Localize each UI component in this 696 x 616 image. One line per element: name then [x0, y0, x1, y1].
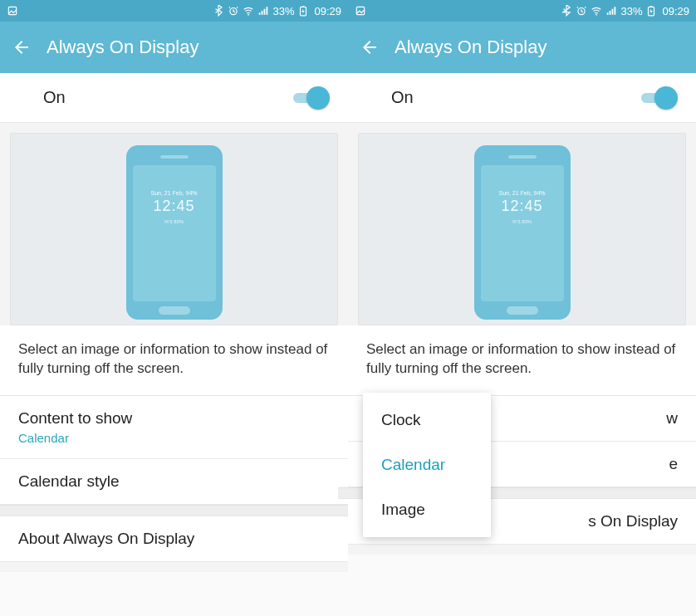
battery-percent: 33% — [272, 5, 294, 17]
page-title: Always On Display — [47, 37, 199, 58]
about-item[interactable]: About Always On Display — [0, 516, 348, 562]
content-area: Sun, 21 Feb, 94% 12:45 ✉ 5 80% Select an… — [0, 123, 348, 572]
battery-charging-icon — [645, 5, 657, 17]
status-bar: 33% 09:29 — [348, 0, 696, 22]
toggle-switch[interactable] — [293, 86, 330, 110]
svg-rect-9 — [650, 6, 652, 7]
preview-subline: ✉ 5 80% — [481, 218, 564, 224]
battery-percent: 33% — [620, 5, 642, 17]
signal-icon — [605, 5, 617, 17]
popup-option-calendar[interactable]: Calendar — [363, 442, 491, 487]
content-to-show-item[interactable]: Content to show Calendar — [0, 396, 348, 459]
status-bar: 33% 09:29 — [0, 0, 348, 22]
status-time: 09:29 — [314, 5, 341, 17]
content-to-show-popup: Clock Calendar Image — [363, 393, 491, 537]
settings-list: Content to show Calendar Calendar style … — [0, 396, 348, 562]
back-icon[interactable] — [360, 37, 380, 57]
toggle-switch[interactable] — [641, 86, 678, 110]
screenshot-icon — [355, 5, 366, 17]
section-divider — [0, 505, 358, 516]
master-toggle-row[interactable]: On — [348, 73, 696, 123]
screen-left: 33% 09:29 Always On Display On Sun, 21 F… — [0, 0, 348, 616]
page-title: Always On Display — [395, 37, 547, 58]
preview-card: Sun, 21 Feb, 94% 12:45 ✉ 5 80% — [10, 133, 338, 325]
popup-option-clock[interactable]: Clock — [363, 398, 491, 442]
preview-card: Sun, 21 Feb, 94% 12:45 ✉ 5 80% — [358, 133, 686, 325]
calendar-style-item[interactable]: Calendar style — [0, 459, 348, 505]
svg-rect-4 — [302, 6, 304, 7]
master-toggle-row[interactable]: On — [0, 73, 348, 123]
description-text: Select an image or information to show i… — [348, 325, 696, 396]
screenshot-icon — [7, 5, 18, 17]
svg-point-7 — [596, 14, 598, 16]
preview-time: 12:45 — [481, 198, 564, 215]
screen-right: 33% 09:29 Always On Display On Sun, 21 F… — [348, 0, 696, 616]
popup-option-image[interactable]: Image — [363, 487, 491, 532]
app-bar: Always On Display — [0, 22, 348, 73]
bluetooth-icon — [561, 5, 572, 17]
content-to-show-value: Calendar — [18, 431, 330, 445]
description-text: Select an image or information to show i… — [0, 325, 348, 396]
preview-time: 12:45 — [133, 198, 216, 215]
toggle-label: On — [43, 88, 66, 107]
back-icon[interactable] — [12, 37, 32, 57]
toggle-label: On — [391, 88, 414, 107]
bluetooth-icon — [213, 5, 224, 17]
alarm-icon — [576, 5, 587, 17]
alarm-icon — [228, 5, 239, 17]
preview-subline: ✉ 5 80% — [133, 218, 216, 224]
signal-icon — [257, 5, 269, 17]
status-time: 09:29 — [662, 5, 689, 17]
wifi-icon — [243, 5, 254, 17]
phone-mockup: Sun, 21 Feb, 94% 12:45 ✉ 5 80% — [474, 145, 571, 320]
preview-date: Sun, 21 Feb, 94% — [133, 190, 216, 196]
preview-date: Sun, 21 Feb, 94% — [481, 190, 564, 196]
phone-mockup: Sun, 21 Feb, 94% 12:45 ✉ 5 80% — [126, 145, 223, 320]
svg-point-2 — [248, 14, 250, 16]
battery-charging-icon — [297, 5, 309, 17]
wifi-icon — [591, 5, 602, 17]
app-bar: Always On Display — [348, 22, 696, 73]
